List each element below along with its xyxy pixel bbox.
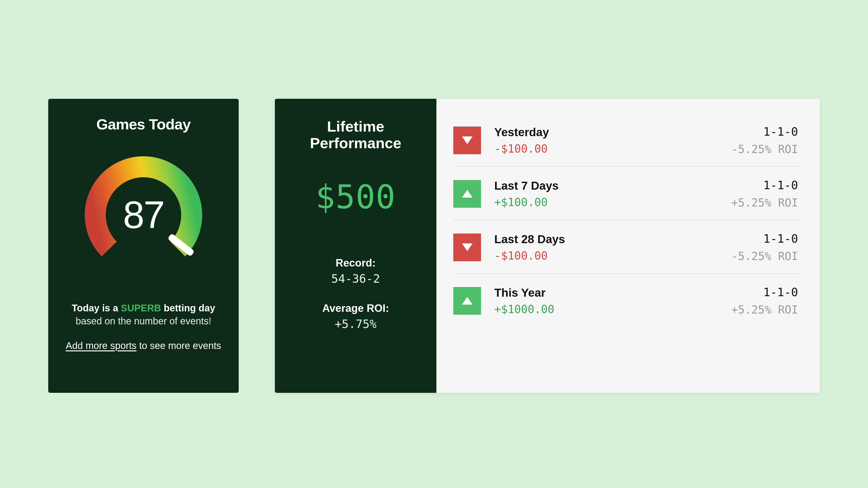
period-roi: -5.25% ROI [731,250,798,263]
period-record: 1-1-0 [731,232,798,245]
lifetime-roi-value: +5.75% [335,317,376,331]
lifetime-title: Lifetime Performance [310,118,401,152]
period-record: 1-1-0 [731,125,798,138]
period-amount: +$1000.00 [494,303,731,316]
trend-down-icon [453,127,481,154]
period-row[interactable]: Last 28 Days-$100.001-1-0-5.25% ROI [453,220,798,273]
period-amount: -$100.00 [494,249,731,262]
games-today-caption: Today is a SUPERB betting day based on t… [66,301,221,352]
period-label: Last 7 Days [494,179,731,192]
period-roi: +5.25% ROI [731,196,798,209]
lifetime-panel: Lifetime Performance $500 Record: 54-36-… [275,99,436,393]
period-label: Yesterday [494,126,731,139]
period-row[interactable]: This Year+$1000.001-1-0+5.25% ROI [453,273,798,327]
period-amount: +$100.00 [494,196,731,209]
period-roi: -5.25% ROI [731,143,798,156]
add-sports-link[interactable]: Add more sports [66,340,136,351]
games-today-title: Games Today [96,116,190,133]
period-amount: -$100.00 [494,142,731,155]
games-today-gauge: 87 [73,145,213,285]
lifetime-roi-label: Average ROI: [322,302,389,314]
trend-up-icon [453,287,481,315]
games-today-count: 87 [123,193,164,237]
period-record: 1-1-0 [731,178,798,192]
games-today-card: Games Today [48,99,239,393]
period-record: 1-1-0 [731,285,798,299]
caption-line-2: based on the number of events! [66,315,221,327]
periods-list: Yesterday-$100.001-1-0-5.25% ROILast 7 D… [436,99,820,393]
trend-down-icon [453,233,481,261]
period-roi: +5.25% ROI [731,303,798,316]
lifetime-amount: $500 [315,178,396,216]
lifetime-record-label: Record: [336,257,376,269]
add-sports-cta-rest: to see more events [136,340,221,351]
period-row[interactable]: Last 7 Days+$100.001-1-0+5.25% ROI [453,166,798,220]
period-row[interactable]: Yesterday-$100.001-1-0-5.25% ROI [453,113,798,166]
trend-up-icon [453,180,481,208]
caption-line-1: Today is a SUPERB betting day [66,301,221,315]
period-label: This Year [494,286,731,299]
performance-card: Lifetime Performance $500 Record: 54-36-… [275,99,820,393]
lifetime-record-value: 54-36-2 [331,272,380,285]
caption-highlight: SUPERB [121,303,161,313]
period-label: Last 28 Days [494,233,731,246]
add-sports-cta[interactable]: Add more sports to see more events [66,339,221,352]
